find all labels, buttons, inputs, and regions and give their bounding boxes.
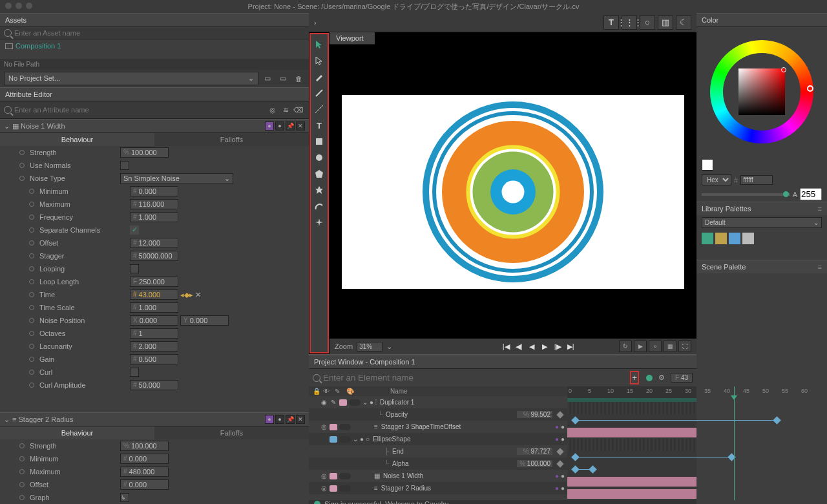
tab-falloffs[interactable]: Falloffs bbox=[154, 133, 309, 146]
line-tool[interactable] bbox=[311, 101, 327, 117]
brush-tool[interactable] bbox=[311, 69, 327, 85]
layer-stagger3[interactable]: ◎≡Stagger 3 ShapeTimeOffset●● bbox=[309, 421, 567, 433]
step-fwd-icon[interactable]: |▶ bbox=[551, 341, 564, 352]
tab-behaviour[interactable]: Behaviour bbox=[0, 426, 154, 439]
noise-type-select[interactable]: Sn Simplex Noise⌄ bbox=[120, 173, 233, 184]
layer-duplicator[interactable]: ◉✎⌄●⦙Duplicator 1 bbox=[309, 396, 567, 408]
strength-input[interactable]: %100.000 bbox=[120, 147, 169, 158]
polygon-tool[interactable] bbox=[311, 166, 327, 182]
hex-input[interactable] bbox=[740, 175, 773, 185]
close-icon[interactable]: ✕ bbox=[296, 415, 305, 424]
stagger-input[interactable]: #50000.000 bbox=[130, 251, 178, 261]
star-tool[interactable] bbox=[311, 182, 327, 198]
maximum2-input[interactable]: #480.000 bbox=[120, 467, 169, 477]
filter-icon[interactable]: ≋ bbox=[279, 103, 292, 116]
circle-outline-icon[interactable]: ○ bbox=[640, 16, 655, 30]
grid-icon[interactable]: ⋮⋮⋮ bbox=[622, 16, 637, 30]
minimum-input[interactable]: #0.000 bbox=[130, 186, 178, 196]
play-back-icon[interactable]: ◀ bbox=[525, 341, 538, 352]
palette-swatch[interactable] bbox=[742, 233, 754, 244]
pen-tool[interactable] bbox=[311, 85, 327, 101]
offset-input[interactable]: #12.000 bbox=[130, 238, 178, 248]
projwin-search-input[interactable] bbox=[323, 373, 627, 383]
trash-icon[interactable]: 🗑 bbox=[292, 72, 305, 85]
lacunarity-input[interactable]: #2.000 bbox=[130, 341, 178, 352]
settings-icon[interactable]: ⚙ bbox=[655, 372, 668, 384]
attr-group-stagger[interactable]: ⌄ ≡ Stagger 2 Radius ● ● 📌 ✕ bbox=[0, 412, 309, 426]
palette-swatch[interactable] bbox=[715, 233, 727, 244]
palette-swatch[interactable] bbox=[729, 233, 740, 244]
step-back-icon[interactable]: ◀| bbox=[512, 341, 525, 352]
max-dot[interactable] bbox=[26, 3, 32, 9]
octaves-input[interactable]: #1 bbox=[130, 328, 178, 339]
link-left-icon[interactable]: ● bbox=[265, 415, 274, 424]
go-end-icon[interactable]: ▶| bbox=[564, 341, 577, 352]
close-icon[interactable]: ✕ bbox=[296, 121, 305, 131]
minimum2-input[interactable]: #0.000 bbox=[120, 454, 169, 464]
sparkle-tool[interactable] bbox=[311, 215, 327, 230]
time-input[interactable]: #43.000 bbox=[130, 289, 178, 300]
sv-picker[interactable] bbox=[738, 68, 785, 115]
tab-behaviour[interactable]: Behaviour bbox=[0, 133, 154, 146]
menu-icon[interactable]: ≡ bbox=[818, 205, 822, 213]
link-left-icon[interactable]: ● bbox=[265, 121, 274, 131]
frequency-input[interactable]: #1.000 bbox=[130, 212, 178, 222]
loop-length-input[interactable]: F250.000 bbox=[130, 277, 178, 287]
folder-icon[interactable]: ▭ bbox=[261, 72, 274, 85]
layer-opacity[interactable]: └Opacity% 99.502 bbox=[309, 408, 567, 421]
layer-noise1[interactable]: ◎▦Noise 1 Width●● bbox=[309, 470, 567, 482]
go-start-icon[interactable]: |◀ bbox=[499, 341, 512, 352]
project-selector[interactable]: No Project Set... ⌄ bbox=[4, 72, 258, 85]
vp-opt2-icon[interactable]: ▶ bbox=[634, 341, 647, 352]
active-indicator[interactable] bbox=[646, 375, 653, 381]
noise-pos-x-input[interactable]: X0.000 bbox=[130, 315, 178, 326]
timeline[interactable]: 051015202530354045505560 bbox=[567, 386, 696, 500]
frame-display[interactable]: F 43 bbox=[671, 373, 693, 383]
assets-search-input[interactable] bbox=[14, 29, 305, 37]
rect-tool[interactable] bbox=[311, 134, 327, 149]
gain-input[interactable]: #0.500 bbox=[130, 354, 178, 364]
curl-check[interactable] bbox=[130, 368, 139, 377]
attr-group-noise[interactable]: ⌄ ▦ Noise 1 Width ● ● 📌 ✕ bbox=[0, 119, 309, 133]
palette-select[interactable]: Default⌄ bbox=[702, 217, 822, 228]
crescent-icon[interactable]: ☾ bbox=[676, 16, 691, 30]
ellipse-tool[interactable] bbox=[311, 150, 327, 165]
link-right-icon[interactable]: ● bbox=[275, 121, 284, 131]
alpha-input[interactable] bbox=[800, 188, 822, 200]
layer-ellipse[interactable]: ⌄●○EllipseShape●● bbox=[309, 433, 567, 445]
graph-icon[interactable]: ↳ bbox=[120, 493, 129, 502]
palette-swatch[interactable] bbox=[702, 233, 713, 244]
attr-search-input[interactable] bbox=[14, 106, 266, 114]
layer-end[interactable]: ├End% 97.727 bbox=[309, 445, 567, 457]
strength2-input[interactable]: %100.000 bbox=[120, 441, 169, 451]
current-color-swatch[interactable] bbox=[702, 159, 713, 171]
play-icon[interactable]: ▶ bbox=[538, 341, 551, 352]
sep-channels-check[interactable]: ✓ bbox=[130, 226, 139, 235]
layer-stagger2[interactable]: ◎≡Stagger 2 Radius●● bbox=[309, 482, 567, 494]
offset2-input[interactable]: #0.000 bbox=[120, 479, 169, 490]
use-normals-check[interactable] bbox=[120, 161, 129, 170]
add-element-button[interactable]: + bbox=[630, 371, 639, 384]
guides-icon[interactable]: ▥ bbox=[658, 16, 673, 30]
vp-opt5-icon[interactable]: ⛶ bbox=[678, 341, 691, 352]
vp-opt1-icon[interactable]: ↻ bbox=[619, 341, 632, 352]
close-dot[interactable] bbox=[5, 3, 12, 9]
pin-icon[interactable]: 📌 bbox=[286, 121, 295, 131]
text-tool[interactable]: T bbox=[311, 118, 327, 133]
looping-check[interactable] bbox=[130, 264, 139, 273]
select-tool[interactable] bbox=[311, 37, 327, 52]
clear-key-icon[interactable]: ✕ bbox=[195, 291, 201, 299]
link-right-icon[interactable]: ● bbox=[275, 415, 284, 424]
viewport-canvas[interactable] bbox=[330, 45, 696, 339]
assets-search[interactable] bbox=[0, 27, 309, 39]
attr-search[interactable]: ◎ ≋ ⌫ bbox=[0, 101, 309, 119]
viewport-tab[interactable]: Viewport bbox=[330, 32, 375, 45]
color-mode-select[interactable]: Hex bbox=[702, 174, 731, 185]
hue-cursor[interactable] bbox=[807, 85, 813, 92]
save-icon[interactable]: ▭ bbox=[277, 72, 289, 85]
curl-amp-input[interactable]: #50.000 bbox=[130, 380, 178, 390]
alpha-slider[interactable] bbox=[702, 193, 790, 196]
zoom-dropdown-icon[interactable]: ⌄ bbox=[386, 342, 392, 351]
clear-icon[interactable]: ⌫ bbox=[292, 103, 305, 116]
maximum-input[interactable]: #116.000 bbox=[130, 199, 178, 209]
